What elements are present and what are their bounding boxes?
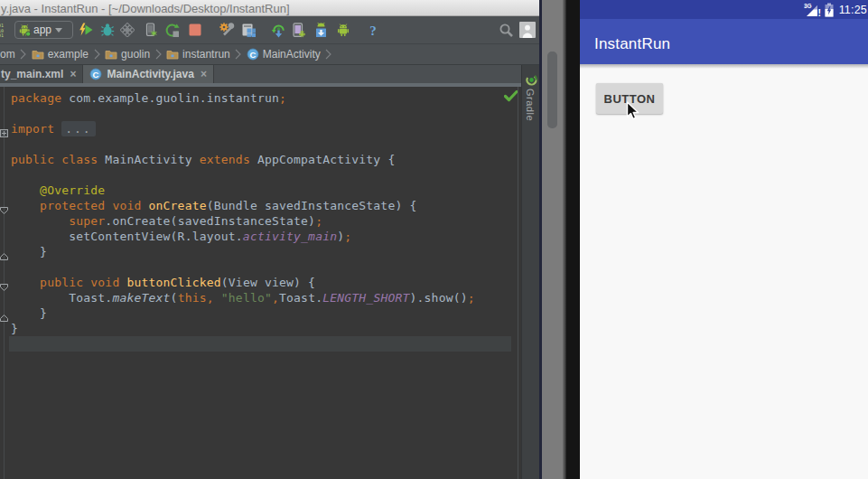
sdk-manager-icon[interactable] (313, 22, 329, 38)
mouse-cursor (626, 101, 640, 121)
main-toolbar: 011001* ? app (0, 16, 539, 44)
breadcrumb-separator (18, 49, 29, 60)
debug-icon[interactable] (99, 22, 116, 38)
right-toolwindow-bar: Gradle (521, 65, 539, 479)
emulator-screen: 3G ! 11:25 InstantRun BUTTON (580, 0, 868, 479)
desktop-gap (542, 0, 565, 479)
project-structure-icon[interactable] (219, 22, 235, 38)
svg-text:C: C (249, 50, 256, 60)
emulator-bezel (565, 0, 580, 479)
folder-icon (105, 49, 117, 60)
android-studio-window: y.java - InstantRun - [~/Downloads/Deskt… (0, 0, 539, 479)
breadcrumb-bar: omexampleguolininstantrunCMainActivity (0, 44, 539, 65)
vcs-digits-icon[interactable]: 011001 (0, 22, 11, 38)
fold-marker-plus[interactable] (0, 125, 8, 141)
app-bar-shadow (580, 64, 868, 69)
folder-icon (32, 49, 44, 60)
tab-mainactivity-java[interactable]: CMainActivity.java× (83, 65, 214, 83)
svg-text:*: * (151, 28, 157, 38)
background-scrollbar-thumb (547, 52, 557, 128)
gradle-icon[interactable] (526, 74, 537, 86)
run-icon[interactable] (78, 22, 94, 38)
breadcrumb-separator (153, 49, 163, 60)
macos-titlebar: y.java - InstantRun - [~/Downloads/Deskt… (0, 0, 539, 16)
breadcrumb-item-instantrun[interactable]: instantrun (166, 48, 230, 61)
android-app-bar: InstantRun (580, 19, 868, 64)
android-status-bar: 3G ! 11:25 (580, 0, 868, 19)
fold-marker-up[interactable] (0, 248, 8, 264)
inspections-ok-icon[interactable] (504, 90, 518, 102)
breadcrumb-separator (323, 49, 334, 60)
search-icon[interactable] (498, 22, 514, 38)
svg-text:01: 01 (0, 33, 4, 37)
run-configuration-combo[interactable]: app (14, 21, 73, 39)
svg-text:3G: 3G (804, 3, 812, 9)
tab-close-icon[interactable]: × (70, 70, 76, 79)
breadcrumb-item-mainactivity[interactable]: CMainActivity (247, 48, 321, 61)
tab-close-icon[interactable]: × (201, 70, 207, 79)
svg-text:C: C (93, 70, 99, 80)
battery-charging-icon (825, 3, 834, 17)
breadcrumb-item-om[interactable]: om (0, 48, 15, 61)
chevron-down-icon (55, 28, 62, 33)
screenshot-root: y.java - InstantRun - [~/Downloads/Deskt… (0, 0, 868, 479)
code-text[interactable]: package com.example.guolin.instantrun; i… (11, 90, 475, 352)
breadcrumb-item-guolin[interactable]: guolin (105, 48, 150, 61)
cellular-signal-icon: 3G ! (804, 3, 822, 17)
profiler-icon[interactable]: * (142, 22, 158, 38)
stop-icon[interactable] (187, 22, 203, 38)
folder-icon (166, 49, 179, 60)
avd-manager-icon[interactable] (290, 22, 306, 38)
tab-ty-main-xml[interactable]: ty_main.xml× (0, 65, 83, 83)
android-app-icon (18, 23, 31, 37)
breadcrumb-item-example[interactable]: example (32, 48, 89, 61)
fold-marker-down[interactable] (0, 278, 8, 295)
avatar-icon[interactable] (519, 22, 536, 38)
class-icon: C (247, 48, 259, 61)
status-bar-clock: 11:25 (839, 4, 867, 16)
svg-text:!: ! (818, 7, 822, 17)
android-monitor-icon[interactable] (240, 22, 257, 38)
run-config-label: app (33, 23, 51, 36)
window-title: y.java - InstantRun - [~/Downloads/Deskt… (1, 2, 290, 15)
apply-changes-icon[interactable] (163, 22, 180, 38)
breadcrumb-separator (233, 49, 244, 60)
svg-text:?: ? (369, 23, 377, 38)
device-monitor-icon[interactable] (335, 22, 351, 38)
code-editor[interactable]: package com.example.guolin.instantrun; i… (0, 87, 521, 479)
gradle-toolwindow-button[interactable]: Gradle (525, 89, 536, 121)
scrollbar-track-line (518, 87, 518, 479)
gradle-sync-icon[interactable] (270, 22, 286, 38)
app-bar-title: InstantRun (594, 35, 670, 53)
class-icon: C (89, 68, 102, 80)
fold-marker-up[interactable] (0, 309, 8, 325)
breadcrumb-separator (91, 49, 102, 60)
editor-tab-bar: ty_main.xml×CMainActivity.java× (0, 65, 539, 83)
coverage-icon[interactable] (119, 22, 135, 38)
help-icon[interactable]: ? (365, 22, 381, 38)
fold-marker-down[interactable] (0, 202, 8, 218)
